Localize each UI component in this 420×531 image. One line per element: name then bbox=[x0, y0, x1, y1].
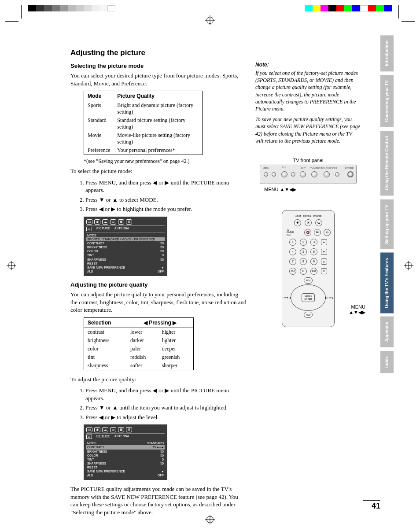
adv-pipch-button-icon: ADV bbox=[304, 277, 313, 284]
note-body: If you select one of the factory-set pic… bbox=[255, 70, 361, 112]
osd-icon: ▭ bbox=[110, 427, 116, 432]
table-row: colorpalerdeeper bbox=[84, 345, 194, 353]
tvvideo-button-icon: ⇆ bbox=[314, 229, 321, 236]
digit-100-icon: 100 bbox=[289, 268, 296, 275]
mute-button-icon: 🔇 bbox=[304, 229, 311, 236]
table-row: StandardStandard picture setting (factor… bbox=[84, 116, 203, 131]
osd-icon: ▦ bbox=[118, 219, 124, 225]
light-button-icon: ✺ bbox=[294, 219, 301, 226]
osd-tab: ANTENNA bbox=[114, 435, 129, 439]
recall-button-icon: ⟳ bbox=[305, 219, 312, 226]
ent-button-icon: ENT bbox=[310, 268, 317, 275]
table-row: contrastlowerhigher bbox=[84, 328, 194, 336]
power-button-icon: ⏻ bbox=[315, 219, 322, 226]
osd-icon: ◉ bbox=[94, 427, 100, 432]
body-text: To adjust the picture quality: bbox=[70, 376, 247, 384]
timer-button-icon: ⏲ bbox=[324, 229, 331, 236]
tab-connecting[interactable]: Connecting your TV bbox=[380, 75, 394, 127]
digit-4-icon: 4 bbox=[289, 248, 296, 255]
osd-tab: PICTURE bbox=[96, 435, 110, 439]
fav-down-label: FAV▼ ◀ bbox=[283, 296, 291, 299]
step-list: Press MENU, and then press ◀ or ▶ until … bbox=[85, 387, 247, 421]
list-item: Press ▼ or ▲ until the item you want to … bbox=[85, 404, 247, 412]
osd-menu-illustration: ▭ ◉ ☁ ▭ ▦ ⚙ ▭ PICTURE ANTENNA MODESTANDA… bbox=[84, 424, 167, 480]
osd-icon: ▭ bbox=[86, 435, 92, 439]
picture-quality-table: Selection ◀ Pressing ▶ contrastlowerhigh… bbox=[84, 317, 194, 370]
body-text: You can adjust the picture quality to yo… bbox=[70, 291, 247, 314]
adv-pipch-button-icon: ADV bbox=[304, 312, 313, 318]
osd-icon: ▭ bbox=[110, 219, 116, 225]
tab-appendix[interactable]: Appendix bbox=[380, 317, 394, 347]
list-item: Press MENU, and then press ◀ or ▶ until … bbox=[85, 179, 247, 194]
digit-0-icon: 0 bbox=[300, 268, 307, 275]
vol-up-button-icon bbox=[291, 172, 295, 177]
ch-up-icon: ▴ bbox=[321, 239, 327, 245]
digit-1-icon: 1 bbox=[289, 239, 296, 246]
note-body: To save your new picture quality setting… bbox=[255, 116, 361, 144]
osd-icon: ☁ bbox=[102, 219, 108, 225]
digit-5-icon: 5 bbox=[300, 248, 307, 255]
section-heading: Adjusting the picture quality bbox=[70, 281, 247, 288]
digit-3-icon: 3 bbox=[310, 239, 317, 246]
digit-8-icon: 8 bbox=[300, 258, 307, 265]
table-row: PreferenceYour personal preferences* bbox=[84, 146, 203, 155]
ch-down-icon: ▾ bbox=[321, 249, 327, 255]
osd-menu-illustration: ▭ ◉ ☁ ▭ ▦ ⚙ ▭ PICTURE ANTENNA MODE SPORT… bbox=[84, 217, 167, 276]
exit-button-icon bbox=[300, 171, 306, 177]
digit-6-icon: 6 bbox=[310, 248, 317, 255]
vol-down-button-icon bbox=[272, 172, 276, 177]
table-row: sharpnesssoftersharper bbox=[84, 361, 194, 370]
note-heading: Note: bbox=[255, 62, 361, 68]
menu-enter-button-icon: MENU/ENTER bbox=[302, 293, 315, 302]
body-text: The PICTURE quality adjustments you made… bbox=[70, 485, 247, 516]
osd-icon: ▭ bbox=[86, 227, 92, 231]
digit-7-icon: 7 bbox=[289, 258, 296, 265]
figure-caption: MENU ▲▼◀▶ bbox=[264, 187, 361, 192]
side-column: Note: If you select one of the factory-s… bbox=[255, 48, 361, 315]
tab-index[interactable]: Index bbox=[380, 351, 394, 373]
body-text: You can select your desired picture type… bbox=[70, 72, 247, 87]
osd-icon: ☁ bbox=[102, 427, 108, 432]
tab-introduction[interactable]: Introduction bbox=[380, 35, 394, 71]
power-button-icon bbox=[347, 171, 354, 177]
list-item: Press ◀ or ▶ to adjust the level. bbox=[85, 413, 247, 421]
page-number: 41 bbox=[363, 500, 380, 511]
table-row: tintreddishgreenish bbox=[84, 353, 194, 361]
remote-illustration: LIGHT RECALL POWER ✺ ⟳ ⏻ TV CABLE VCR 🔇 … bbox=[282, 210, 335, 327]
figure-callout: MENU bbox=[255, 304, 365, 310]
section-tabs: Introduction Connecting your TV Using th… bbox=[380, 35, 394, 376]
osd-tab: PICTURE bbox=[96, 227, 110, 231]
footnote: *(see "Saving your new preferences" on p… bbox=[84, 158, 247, 165]
table-row: brightnessdarkerlighter bbox=[84, 336, 194, 345]
osd-tab: ANTENNA bbox=[114, 227, 129, 231]
table-header: ◀ Pressing ▶ bbox=[127, 317, 193, 328]
tab-remote-control[interactable]: Using the Remote Control bbox=[380, 131, 394, 195]
osd-icon: ▭ bbox=[86, 427, 92, 432]
table-header: Mode bbox=[84, 91, 114, 101]
osd-icon: ⚙ bbox=[126, 427, 132, 432]
section-heading: Selecting the picture mode bbox=[70, 63, 247, 69]
main-column: Adjusting the picture Selecting the pict… bbox=[70, 48, 247, 520]
menu-button-icon bbox=[264, 172, 268, 177]
body-text: To select the picture mode: bbox=[70, 167, 247, 175]
fav-up-label: ▶ FAV▲ bbox=[325, 296, 334, 299]
ch-button-icon bbox=[281, 171, 287, 177]
step-list: Press MENU, and then press ◀ or ▶ until … bbox=[85, 179, 247, 213]
osd-icon: ▭ bbox=[86, 219, 92, 225]
tvvideo-button-icon bbox=[311, 171, 317, 177]
list-item: Press ◀ or ▶ to highlight the mode you p… bbox=[85, 205, 247, 213]
touchfocus-button-icon bbox=[324, 171, 330, 177]
table-header: Picture Quality bbox=[114, 91, 202, 101]
vol-down-icon: ▾ bbox=[321, 268, 327, 274]
tab-setting-up[interactable]: Setting up your TV bbox=[380, 199, 394, 249]
tv-front-panel-illustration: MENU CH▴ EXIT TV/VIDEO TOUCH FOCUS POWER bbox=[260, 165, 357, 184]
figure-label: TV front panel bbox=[255, 158, 361, 163]
digit-2-icon: 2 bbox=[300, 239, 307, 246]
led-icon bbox=[335, 172, 339, 177]
tab-tv-features[interactable]: Using the TV's Features bbox=[380, 253, 394, 313]
osd-icon: ◉ bbox=[94, 219, 100, 225]
list-item: Press MENU, and then press ◀ or ▶ until … bbox=[85, 387, 247, 402]
table-row: MovieMovie-like picture setting (factory… bbox=[84, 131, 203, 146]
vol-up-icon: ▴ bbox=[321, 258, 327, 265]
table-row: SportsBright and dynamic picture (factor… bbox=[84, 101, 203, 117]
